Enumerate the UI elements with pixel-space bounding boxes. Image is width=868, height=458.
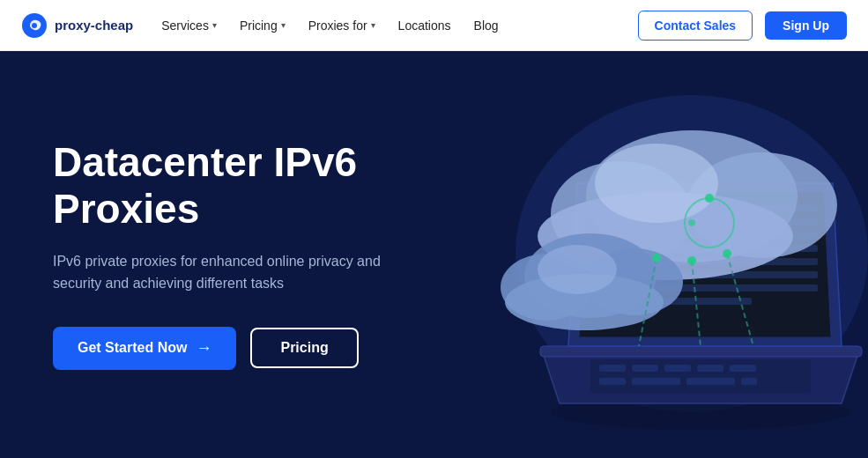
hero-buttons: Get Started Now → Pricing [53, 327, 405, 370]
svg-rect-21 [686, 378, 735, 385]
svg-point-32 [538, 245, 617, 294]
svg-rect-22 [741, 378, 757, 385]
nav-item-proxies-for[interactable]: Proxies for ▾ [300, 11, 384, 40]
arrow-icon: → [196, 339, 211, 358]
nav-locations-label: Locations [398, 18, 451, 33]
pricing-button[interactable]: Pricing [250, 328, 358, 368]
svg-rect-20 [632, 378, 680, 385]
nav-item-blog[interactable]: Blog [465, 11, 508, 40]
nav-services-label: Services [161, 18, 209, 33]
contact-sales-button[interactable]: Contact Sales [638, 11, 753, 41]
get-started-label: Get Started Now [78, 340, 187, 356]
svg-rect-17 [697, 365, 723, 372]
svg-point-41 [688, 219, 695, 226]
chevron-down-icon: ▾ [212, 20, 217, 30]
logo-text: proxy-cheap [55, 18, 133, 33]
sign-up-button[interactable]: Sign Up [765, 11, 847, 40]
navbar: proxy-cheap Services ▾ Pricing ▾ Proxies… [0, 0, 868, 51]
svg-rect-14 [599, 365, 626, 372]
hero-title: Datacenter IPv6 Proxies [53, 139, 405, 233]
svg-rect-15 [632, 365, 658, 372]
svg-rect-4 [540, 346, 862, 357]
svg-rect-16 [664, 365, 691, 372]
get-started-button[interactable]: Get Started Now → [53, 327, 236, 370]
svg-rect-13 [590, 359, 811, 393]
svg-point-27 [595, 144, 718, 223]
nav-item-pricing[interactable]: Pricing ▾ [231, 11, 294, 40]
svg-rect-18 [730, 365, 756, 372]
chevron-down-icon: ▾ [371, 20, 375, 30]
nav-item-locations[interactable]: Locations [389, 11, 460, 40]
chevron-down-icon: ▾ [281, 20, 286, 30]
svg-point-1 [32, 23, 37, 28]
nav-pricing-label: Pricing [240, 18, 278, 33]
logo[interactable]: proxy-cheap [21, 12, 133, 39]
nav-blog-label: Blog [474, 18, 499, 33]
hero-content: Datacenter IPv6 Proxies IPv6 private pro… [53, 139, 405, 370]
hero-illustration [445, 60, 868, 456]
hero-description: IPv6 private proxies for enhanced online… [53, 250, 405, 295]
svg-point-40 [705, 194, 714, 203]
svg-point-38 [723, 249, 731, 258]
nav-proxies-for-label: Proxies for [308, 18, 367, 33]
logo-icon [21, 12, 48, 39]
svg-rect-19 [599, 378, 626, 385]
cloud-laptop-svg [445, 60, 868, 456]
hero-section: Datacenter IPv6 Proxies IPv6 private pro… [0, 51, 868, 458]
svg-point-37 [687, 256, 696, 265]
nav-item-services[interactable]: Services ▾ [152, 11, 226, 40]
svg-point-36 [652, 254, 661, 262]
